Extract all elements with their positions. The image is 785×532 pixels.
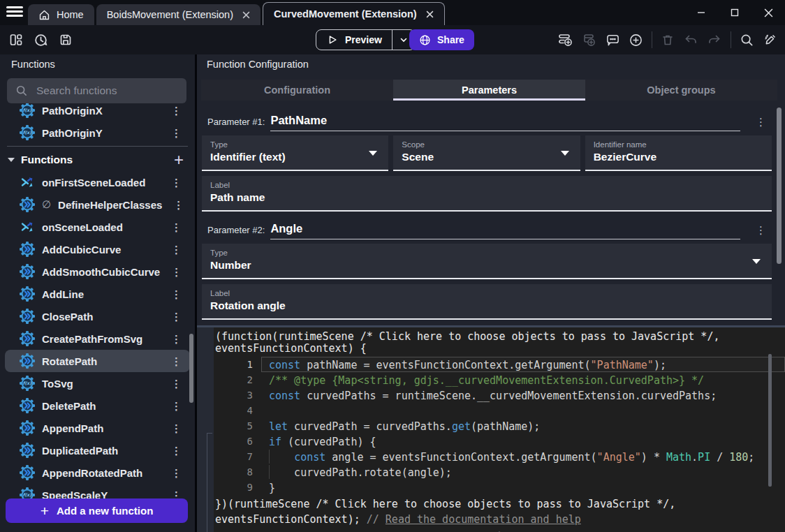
redo-icon[interactable] — [707, 32, 722, 47]
panels-icon[interactable] — [9, 33, 23, 47]
parameter-name-input[interactable]: PathName — [270, 114, 740, 131]
code-editor[interactable]: (function(runtimeScene /* Click here to … — [214, 327, 785, 532]
add-function-icon[interactable]: + — [174, 152, 184, 168]
code-line-7[interactable]: 7 const angle = eventsFunctionContext.ge… — [214, 449, 785, 464]
tab-configuration[interactable]: Configuration — [201, 80, 393, 101]
close-icon[interactable] — [426, 10, 434, 18]
preview-main[interactable]: Preview — [316, 30, 392, 50]
minimize-button[interactable] — [684, 0, 718, 25]
sidebar-item-deletepath[interactable]: DeletePath⋮ — [5, 394, 190, 417]
sidebar-item-onsceneloaded[interactable]: onSceneLoaded⋮ — [5, 216, 190, 238]
sidebar-item-closepath[interactable]: ClosePath⋮ — [5, 305, 190, 327]
sidebar-item-addsmoothcubiccurve[interactable]: AddSmoothCubicCurve⋮ — [5, 260, 190, 283]
tab-boidsmovement[interactable]: BoidsMovement (Extension) — [96, 4, 261, 25]
trash-icon[interactable] — [661, 33, 675, 47]
search-functions-box[interactable] — [7, 78, 186, 103]
code-line-3[interactable]: 3const curvedPaths = runtimeScene.__curv… — [214, 387, 785, 403]
item-menu-icon[interactable]: ⋮ — [167, 423, 186, 434]
tab-curvedmovement[interactable]: CurvedMovement (Extension) — [263, 2, 445, 25]
history-icon[interactable] — [34, 33, 48, 47]
undo-icon[interactable] — [683, 32, 698, 47]
item-menu-icon[interactable]: ⋮ — [167, 177, 186, 188]
close-button[interactable] — [751, 0, 785, 25]
editor-scrollbar[interactable] — [768, 354, 772, 487]
parameter-menu-icon[interactable]: ⋮ — [751, 225, 770, 235]
content-area: Functions f(x)PathOriginX⋮f(x)PathOrigin… — [0, 54, 785, 532]
sidebar-item-speedscaley[interactable]: f(x)SpeedScaleY⋮ — [5, 484, 190, 498]
sidebar-item-definehelperclasses[interactable]: ∅DefineHelperClasses⋮ — [5, 193, 190, 216]
scope-select[interactable]: Scope Scene — [393, 135, 580, 171]
identifier-name-field[interactable]: Identifier name BezierCurve — [585, 135, 772, 171]
comment-icon[interactable] — [606, 33, 620, 47]
sidebar-item-appendpath[interactable]: AppendPath⋮ — [5, 417, 190, 439]
config-tabs: Configuration Parameters Object groups — [201, 80, 777, 101]
add-circle-icon[interactable] — [629, 33, 643, 47]
preview-button[interactable]: Preview — [316, 29, 416, 50]
type-select[interactable]: Type Identifier (text) — [202, 135, 388, 171]
item-menu-icon[interactable]: ⋮ — [167, 128, 186, 138]
code-line-6[interactable]: 6if (curvedPath) { — [214, 434, 785, 449]
sidebar-item-pathoriginx[interactable]: f(x)PathOriginX⋮ — [5, 103, 190, 121]
code-line-5[interactable]: 5let curvedPath = curvedPaths.get(pathNa… — [214, 418, 785, 434]
label-field[interactable]: Label Rotation angle — [202, 284, 772, 320]
menu-icon[interactable] — [6, 6, 23, 19]
close-icon[interactable] — [242, 11, 250, 19]
sidebar-item-tosvg[interactable]: f(x)ToSvg⋮ — [5, 372, 190, 394]
tab-object-groups[interactable]: Object groups — [585, 80, 777, 101]
item-menu-icon[interactable]: ⋮ — [167, 244, 186, 255]
sidebar-item-addline[interactable]: AddLine⋮ — [5, 283, 190, 305]
sidebar-item-appendrotatedpath[interactable]: AppendRotatedPath⋮ — [5, 461, 190, 484]
item-menu-icon[interactable]: ⋮ — [167, 105, 186, 116]
type-select[interactable]: Type Number — [202, 244, 772, 279]
parameters-scrollbar[interactable] — [777, 108, 782, 264]
save-icon[interactable] — [59, 33, 73, 47]
js-wrapper-bottom-line-1[interactable]: })(runtimeScene /* Click here to choose … — [214, 498, 785, 510]
code-line-2[interactable]: 2/** @type {Map<string, gdjs.__curvedMov… — [214, 372, 785, 387]
search-icon[interactable] — [740, 33, 754, 47]
tab-parameters[interactable]: Parameters — [393, 80, 585, 101]
item-menu-icon[interactable]: ⋮ — [167, 356, 186, 367]
label-field[interactable]: Label Path name — [202, 176, 772, 212]
code-line-1[interactable]: 1const pathName = eventsFunctionContext.… — [214, 357, 785, 372]
tab-home[interactable]: Home — [28, 4, 94, 25]
sidebar-item-rotatepath[interactable]: RotatePath⋮ — [5, 350, 190, 372]
item-menu-icon[interactable]: ⋮ — [167, 289, 186, 300]
add-event-icon[interactable] — [558, 32, 573, 47]
section-label: Functions — [21, 154, 73, 166]
code-line-8[interactable]: 8 curvedPath.rotate(angle); — [214, 464, 785, 480]
item-menu-icon[interactable]: ⋮ — [169, 200, 188, 210]
sidebar-item-pathoriginy[interactable]: f(x)PathOriginY⋮ — [5, 121, 190, 144]
item-menu-icon[interactable]: ⋮ — [167, 334, 186, 344]
parameter-name-input[interactable]: Angle — [270, 222, 740, 239]
sidebar-item-onfirstsceneloaded[interactable]: onFirstSceneLoaded⋮ — [5, 171, 190, 193]
add-function-button[interactable]: + Add a new function — [6, 498, 188, 523]
maximize-button[interactable] — [718, 0, 751, 25]
item-menu-icon[interactable]: ⋮ — [167, 490, 186, 499]
documentation-link[interactable]: Read the documentation and help — [386, 513, 581, 526]
add-subevent-icon[interactable] — [582, 32, 597, 47]
tab-label: Home — [57, 9, 84, 20]
item-menu-icon[interactable]: ⋮ — [167, 445, 186, 456]
item-menu-icon[interactable]: ⋮ — [167, 401, 186, 411]
item-menu-icon[interactable]: ⋮ — [167, 378, 186, 389]
sidebar-scrollbar[interactable] — [189, 334, 193, 403]
item-menu-icon[interactable]: ⋮ — [167, 267, 186, 277]
sidebar-item-addcubiccurve[interactable]: AddCubicCurve⋮ — [5, 238, 190, 260]
action-function-icon — [20, 197, 35, 212]
js-wrapper-top-line-2[interactable]: eventsFunctionContext) { — [214, 343, 785, 355]
edit-extension-icon[interactable] — [763, 32, 778, 47]
parameter-menu-icon[interactable]: ⋮ — [751, 117, 770, 127]
sidebar-item-duplicatedpath[interactable]: DuplicatedPath⋮ — [5, 439, 190, 461]
share-button[interactable]: Share — [409, 29, 474, 50]
code-line-9[interactable]: 9} — [214, 480, 785, 495]
item-menu-icon[interactable]: ⋮ — [167, 311, 186, 322]
code-line-4[interactable]: 4 — [214, 403, 785, 418]
item-menu-icon[interactable]: ⋮ — [167, 468, 186, 478]
item-menu-icon[interactable]: ⋮ — [167, 222, 186, 232]
code-lines[interactable]: 1const pathName = eventsFunctionContext.… — [214, 357, 785, 495]
section-header-functions[interactable]: Functions+ — [0, 149, 195, 171]
search-functions-input[interactable] — [35, 84, 178, 98]
js-wrapper-top-line-1[interactable]: (function(runtimeScene /* Click here to … — [214, 331, 785, 343]
action-function-icon — [20, 264, 35, 279]
sidebar-item-createpathfromsvg[interactable]: CreatePathFromSvg⋮ — [5, 327, 190, 350]
